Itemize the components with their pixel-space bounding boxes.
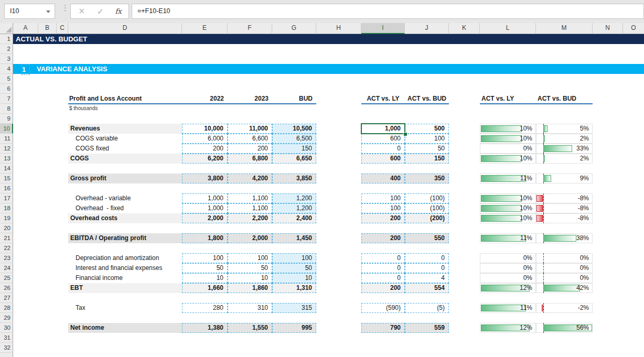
cell-D28[interactable]: Tax [68,303,182,313]
row-header-20[interactable]: 20 [0,223,13,233]
cell-M17[interactable]: -8% [536,193,593,203]
row-header-19[interactable]: 19 [0,213,13,223]
cell-J25[interactable]: 4 [405,273,449,283]
cell-F13[interactable]: 6,800 [228,154,272,164]
cell-J21[interactable]: 550 [405,233,449,243]
column-header-N[interactable]: N [593,23,623,34]
row-header-10[interactable]: 10 [0,124,13,134]
cell-J12[interactable]: 50 [405,144,449,154]
cell-M24[interactable]: 0% [536,263,593,273]
column-header-L[interactable]: L [480,23,536,34]
cell-L11[interactable]: 10% [480,134,536,144]
cell-J23[interactable]: 0 [405,253,449,263]
cell-G13[interactable]: 6,650 [272,154,316,164]
cell-I21[interactable]: 200 [361,233,405,243]
cell-J28[interactable]: (5) [405,303,449,313]
insert-function-icon[interactable]: fx [115,4,122,18]
cell-I12[interactable]: 0 [361,144,405,154]
cell-G19[interactable]: 2,400 [272,213,316,223]
column-header-H[interactable]: H [316,23,361,34]
cell-L10[interactable]: 10% [480,124,536,134]
column-header-C[interactable]: C [57,23,68,34]
row-header-11[interactable]: 11 [0,134,13,144]
row-header-29[interactable]: 29 [0,313,13,323]
cell-M23[interactable]: 0% [536,253,593,263]
cell-J24[interactable]: 0 [405,263,449,273]
cell-G24[interactable]: 50 [272,263,316,273]
row-header-28[interactable]: 28 [0,303,13,313]
cell-I24[interactable]: 0 [361,263,405,273]
row-header-24[interactable]: 24 [0,263,13,273]
cell-G23[interactable]: 100 [272,253,316,263]
cell-L26[interactable]: 12% [480,283,536,293]
column-header-M[interactable]: M [536,23,593,34]
cell-J26[interactable]: 554 [405,283,449,293]
row-header-21[interactable]: 21 [0,233,13,243]
column-header-J[interactable]: J [405,23,449,34]
cell-E30[interactable]: 1,380 [182,323,228,333]
cell-L25[interactable]: 0% [480,273,536,283]
cell-I19[interactable]: 200 [361,213,405,223]
cell-J18[interactable]: (100) [405,203,449,213]
row-header-22[interactable]: 22 [0,243,13,253]
cell-I11[interactable]: 600 [361,134,405,144]
cell-G10[interactable]: 10,500 [272,124,316,134]
cell-F12[interactable]: 200 [228,144,272,154]
column-header-A[interactable]: A [13,23,38,34]
cell-F24[interactable]: 50 [228,263,272,273]
column-header-G[interactable]: G [272,23,316,34]
row-header-32[interactable]: 32 [0,343,13,353]
cell-D23[interactable]: Depreciation and amortization [68,253,182,263]
row-header-23[interactable]: 23 [0,253,13,263]
cell-E24[interactable]: 50 [182,263,228,273]
section-banner[interactable]: 1 VARIANCE ANALYSIS [13,64,644,74]
cell-L15[interactable]: 11% [480,174,536,183]
cell-G12[interactable]: 150 [272,144,316,154]
cell-E15[interactable]: 3,800 [182,174,228,183]
cell-F10[interactable]: 11,000 [228,124,272,134]
cell-M15[interactable]: 9% [536,174,593,183]
cell-I26[interactable]: 200 [361,283,405,293]
cell-M18[interactable]: -8% [536,203,593,213]
row-header-7[interactable]: 7 [0,94,13,104]
cell-D17[interactable]: Overhead - variable [68,193,182,203]
cell-M19[interactable]: -8% [536,213,593,223]
cell-G17[interactable]: 1,200 [272,193,316,203]
cell-M21[interactable]: 38% [536,233,593,243]
cell-D15[interactable]: Gross profit [68,174,182,183]
column-header-D[interactable]: D [68,23,182,34]
row-header-3[interactable]: 3 [0,54,13,64]
cell-E19[interactable]: 2,000 [182,213,228,223]
cell-J30[interactable]: 559 [405,323,449,333]
column-header-K[interactable]: K [449,23,480,34]
name-box[interactable]: I10 [4,4,55,19]
cell-E11[interactable]: 6,000 [182,134,228,144]
cancel-icon[interactable]: ✕ [79,4,85,18]
row-header-31[interactable]: 31 [0,333,13,343]
cell-M13[interactable]: 2% [536,154,593,164]
row-header-12[interactable]: 12 [0,144,13,154]
cell-D30[interactable]: Net income [68,323,182,333]
cell-I25[interactable]: 0 [361,273,405,283]
row-header-1[interactable]: 1 [0,34,13,44]
cell-E13[interactable]: 6,200 [182,154,228,164]
cell-F21[interactable]: 2,000 [228,233,272,243]
cell-D12[interactable]: COGS fixed [68,144,182,154]
row-header-6[interactable]: 6 [0,84,13,94]
cell-E12[interactable]: 200 [182,144,228,154]
cell-L18[interactable]: 10% [480,203,536,213]
row-header-8[interactable]: 8 [0,104,13,114]
cell-E25[interactable]: 10 [182,273,228,283]
cell-E26[interactable]: 1,660 [182,283,228,293]
cell-I13[interactable]: 600 [361,154,405,164]
cell-G26[interactable]: 1,310 [272,283,316,293]
cell-D25[interactable]: Financial income [68,273,182,283]
row-header-16[interactable]: 16 [0,183,13,193]
enter-icon[interactable]: ✓ [97,4,104,18]
cell-E28[interactable]: 280 [182,303,228,313]
cell-D21[interactable]: EBITDA / Operating profit [68,233,182,243]
row-header-4[interactable]: 4 [0,64,13,74]
sheet-title-banner[interactable]: ACTUAL VS. BUDGET [13,34,644,44]
cell-M11[interactable]: 2% [536,134,593,144]
cell-I30[interactable]: 790 [361,323,405,333]
